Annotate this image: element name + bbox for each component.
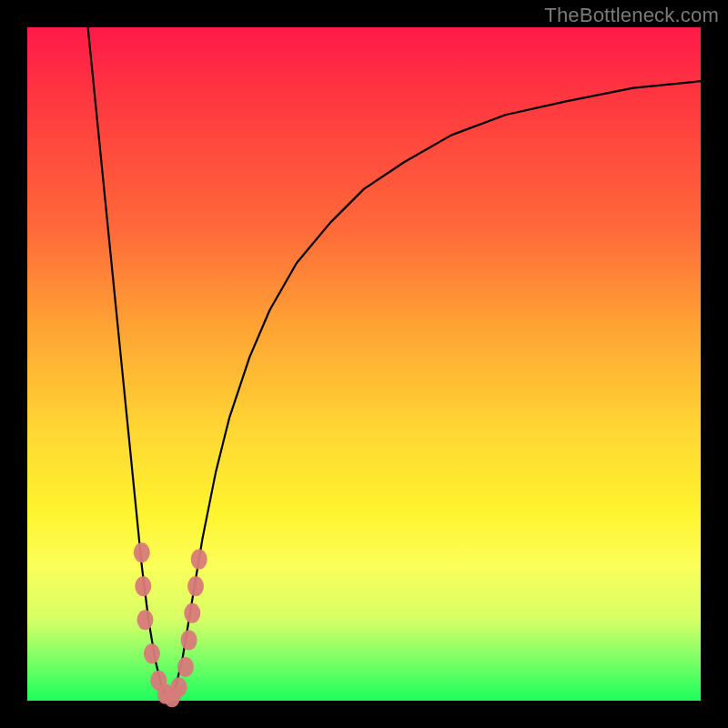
- marker-point: [134, 542, 150, 562]
- data-markers: [134, 542, 207, 707]
- marker-point: [144, 643, 160, 663]
- curve-left-branch: [88, 27, 169, 701]
- marker-point: [177, 657, 194, 677]
- marker-point: [187, 576, 204, 596]
- chart-overlay: [27, 27, 701, 701]
- marker-point: [181, 630, 197, 650]
- marker-point: [171, 677, 187, 697]
- marker-point: [191, 550, 207, 570]
- bottleneck-curve: [88, 27, 701, 701]
- marker-point: [184, 603, 200, 623]
- curve-right-branch: [168, 81, 701, 701]
- marker-point: [135, 576, 151, 596]
- watermark-text: TheBottleneck.com: [544, 4, 719, 27]
- chart-frame: TheBottleneck.com: [0, 0, 728, 728]
- marker-point: [137, 610, 154, 630]
